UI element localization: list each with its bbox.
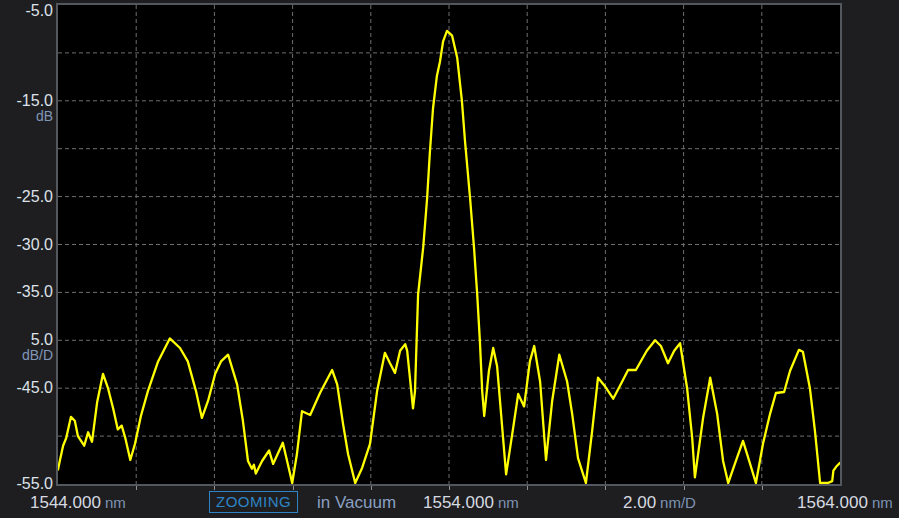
center-wavelength-unit: nm bbox=[498, 494, 519, 511]
stop-wavelength-value: 1564.000 bbox=[797, 493, 868, 512]
zooming-button[interactable]: ZOOMING bbox=[209, 491, 298, 513]
stop-wavelength-label: 1564.000nm bbox=[797, 493, 893, 513]
spectrum-trace-svg bbox=[58, 5, 840, 484]
y-axis-labels: -5.0-15.0dB-25.0-30.0-35.05.0dB/D-45.0-5… bbox=[0, 0, 53, 518]
y-axis-label: -30.0 bbox=[17, 236, 53, 253]
y-axis-tick-value: -45.0 bbox=[17, 379, 53, 396]
medium-vacuum-label: in Vacuum bbox=[317, 493, 396, 513]
y-axis-label: -35.0 bbox=[17, 283, 53, 300]
x-axis-bar: 1544.000nm ZOOMING in Vacuum 1554.000nm … bbox=[0, 489, 899, 518]
y-axis-label: -25.0 bbox=[17, 188, 53, 205]
stop-wavelength-unit: nm bbox=[872, 494, 893, 511]
y-axis-tick-value: -30.0 bbox=[17, 236, 53, 253]
center-wavelength-value: 1554.000 bbox=[423, 493, 494, 512]
y-axis-label: -15.0dB bbox=[17, 92, 53, 124]
span-per-div-unit: nm/D bbox=[660, 494, 696, 511]
start-wavelength-label: 1544.000nm bbox=[30, 493, 126, 513]
start-wavelength-unit: nm bbox=[105, 494, 126, 511]
y-axis-label: 5.0dB/D bbox=[22, 331, 53, 363]
span-per-div-value: 2.00 bbox=[623, 493, 656, 512]
y-axis-tick-value: -35.0 bbox=[17, 283, 53, 300]
start-wavelength-value: 1544.000 bbox=[30, 493, 101, 512]
y-axis-tick-value: -25.0 bbox=[17, 188, 53, 205]
y-axis-unit: dB/D bbox=[22, 348, 53, 363]
y-axis-tick-value: -5.0 bbox=[25, 2, 53, 19]
spectrum-plot[interactable] bbox=[56, 3, 842, 486]
y-axis-tick-value: -15.0 bbox=[17, 92, 53, 109]
y-axis-unit: dB bbox=[17, 109, 53, 124]
osa-screen: -5.0-15.0dB-25.0-30.0-35.05.0dB/D-45.0-5… bbox=[0, 0, 899, 518]
center-wavelength-label: 1554.000nm bbox=[423, 493, 519, 513]
span-per-div-label: 2.00nm/D bbox=[623, 493, 696, 513]
y-axis-tick-value: 5.0 bbox=[31, 331, 53, 348]
medium-vacuum-text: in Vacuum bbox=[317, 493, 396, 512]
y-axis-label: -5.0 bbox=[25, 2, 53, 19]
y-axis-label: -45.0 bbox=[17, 379, 53, 396]
